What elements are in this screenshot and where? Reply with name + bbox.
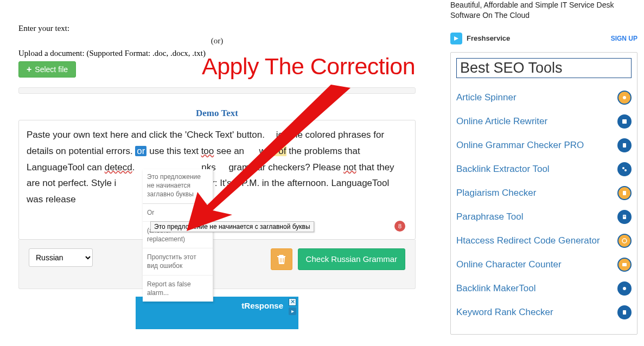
select-file-button[interactable]: + Select file	[18, 61, 76, 78]
svg-point-4	[622, 167, 624, 169]
error-or[interactable]: or	[135, 146, 146, 156]
svg-rect-11	[623, 310, 626, 315]
svg-rect-6	[623, 191, 626, 195]
text-seg: .	[132, 162, 137, 172]
plus-icon: +	[27, 65, 31, 74]
svg-rect-9	[622, 263, 627, 266]
check-grammar-button[interactable]: Check Russian Grammar	[298, 248, 405, 270]
editor-footer: Russian Check Russian Grammar	[18, 240, 416, 289]
freshservice-icon	[450, 33, 462, 44]
tool-row[interactable]: Backlink MakerTool	[456, 277, 632, 300]
annotation-arrow-icon	[174, 80, 358, 232]
side-column: Beautiful, Affordable and Simple IT Serv…	[434, 0, 644, 346]
tool-link[interactable]: Online Grammar Checker PRO	[456, 139, 613, 151]
tool-link[interactable]: Paraphrase Tool	[456, 211, 613, 222]
tool-row[interactable]: Online Grammar Checker PRO	[456, 133, 632, 157]
delete-button[interactable]	[271, 248, 292, 270]
tool-link[interactable]: Article Spinner	[456, 92, 613, 103]
seo-tools-box: Best SEO Tools Article Spinner Online Ar…	[450, 52, 637, 335]
main-column: Enter your text: (or) Upload a document:…	[0, 0, 434, 346]
error-count-badge[interactable]: 8	[394, 221, 405, 232]
svg-point-5	[624, 169, 627, 171]
popup-item[interactable]: Пропустить этот вид ошибок	[143, 248, 213, 275]
svg-point-1	[623, 96, 626, 99]
or-label: (or)	[18, 36, 416, 46]
signup-link[interactable]: SIGN UP	[611, 35, 637, 42]
tool-row[interactable]: Htaccess Redirect Code Generator	[456, 229, 632, 253]
tool-row[interactable]: Plagiarism Checker	[456, 181, 632, 205]
rewriter-icon	[617, 114, 632, 129]
tool-row[interactable]: Keyword Rank Checker	[456, 300, 632, 324]
ad-description: Beautiful, Affordable and Simple IT Serv…	[450, 0, 637, 21]
ad-brand-name: Freshservice	[467, 34, 510, 42]
language-select[interactable]: Russian	[29, 248, 93, 267]
svg-rect-2	[622, 119, 627, 124]
svg-rect-3	[623, 143, 626, 148]
tool-link[interactable]: Online Character Counter	[456, 259, 613, 270]
select-file-label: Select file	[35, 65, 68, 74]
enter-text-label: Enter your text:	[18, 24, 416, 33]
svg-marker-0	[187, 85, 350, 231]
tool-row[interactable]: Article Spinner	[456, 86, 632, 110]
tool-row[interactable]: Paraphrase Tool	[456, 205, 632, 229]
seo-tools-title: Best SEO Tools	[460, 60, 563, 76]
paraphrase-icon	[617, 210, 632, 224]
annotation-label: Apply The Correction	[202, 53, 415, 80]
svg-rect-7	[623, 215, 626, 219]
tool-link[interactable]: Keyword Rank Checker	[456, 306, 613, 318]
counter-icon	[617, 258, 632, 272]
tool-link[interactable]: Online Article Rewriter	[456, 116, 613, 127]
rank-checker-icon	[617, 305, 632, 319]
svg-point-10	[623, 287, 626, 290]
seo-tools-title-box: Best SEO Tools	[456, 58, 632, 78]
svg-rect-8	[623, 216, 626, 216]
tool-link[interactable]: Plagiarism Checker	[456, 187, 613, 198]
ad-label: tResponse	[241, 301, 283, 310]
trash-icon	[277, 254, 286, 264]
tool-link[interactable]: Backlink Extractor Tool	[456, 163, 613, 175]
tool-row[interactable]: Online Article Rewriter	[456, 110, 632, 133]
ad-brand-row: Freshservice SIGN UP	[450, 28, 637, 52]
spinner-icon	[617, 91, 632, 105]
popup-item[interactable]: Report as false alarm...	[143, 275, 213, 302]
tool-row[interactable]: Backlink Extractor Tool	[456, 157, 632, 181]
grammar-icon	[617, 138, 632, 152]
tool-link[interactable]: Htaccess Redirect Code Generator	[456, 235, 613, 246]
htaccess-icon	[617, 234, 632, 248]
error-detecd[interactable]: detecd	[105, 162, 132, 172]
tool-row[interactable]: Online Character Counter	[456, 253, 632, 277]
backlink-extractor-icon	[617, 162, 632, 176]
tool-link[interactable]: Backlink MakerTool	[456, 283, 613, 294]
plagiarism-icon	[617, 186, 632, 200]
info-icon[interactable]: ▸	[289, 307, 296, 315]
close-icon[interactable]: ✕	[289, 298, 296, 306]
backlink-maker-icon	[617, 281, 632, 296]
